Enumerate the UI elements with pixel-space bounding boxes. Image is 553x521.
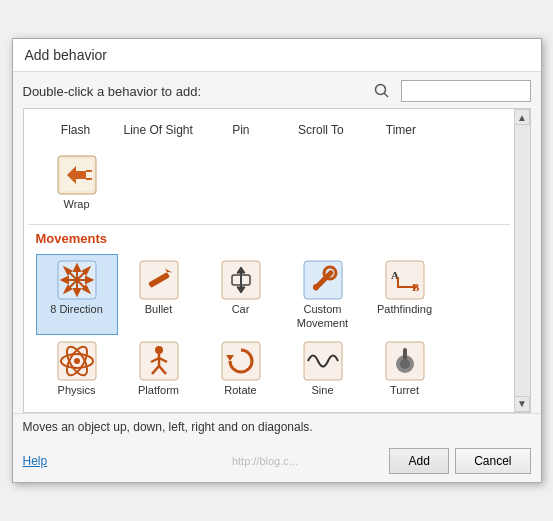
add-button[interactable]: Add bbox=[389, 448, 449, 474]
custom-movement-icon bbox=[302, 259, 344, 301]
search-input[interactable] bbox=[401, 80, 531, 102]
behavior-item-custom-movement[interactable]: Custom Movement bbox=[282, 254, 364, 334]
turret-label: Turret bbox=[390, 384, 419, 397]
wrap-row: Wrap bbox=[28, 145, 510, 224]
subtitle-row: Double-click a behavior to add: bbox=[13, 72, 541, 108]
svg-point-44 bbox=[74, 358, 80, 364]
scroll-down-arrow[interactable]: ▼ bbox=[514, 396, 530, 412]
behavior-flash[interactable]: Flash bbox=[36, 119, 116, 141]
behavior-item-wrap[interactable]: Wrap bbox=[36, 149, 118, 216]
physics-label: Physics bbox=[58, 384, 96, 397]
wrap-label: Wrap bbox=[63, 198, 89, 211]
svg-point-46 bbox=[155, 346, 163, 354]
sine-icon bbox=[302, 340, 344, 382]
svg-line-1 bbox=[384, 93, 388, 97]
turret-icon bbox=[384, 340, 426, 382]
movements-grid: 8 Direction Bullet bbox=[28, 250, 510, 406]
8direction-icon bbox=[56, 259, 98, 301]
behavior-item-8direction[interactable]: 8 Direction bbox=[36, 254, 118, 334]
rotate-label: Rotate bbox=[224, 384, 256, 397]
dialog-title: Add behavior bbox=[13, 39, 541, 72]
bullet-icon bbox=[138, 259, 180, 301]
behavior-item-bullet[interactable]: Bullet bbox=[118, 254, 200, 334]
search-icon[interactable] bbox=[371, 80, 393, 102]
behavior-scroll-to[interactable]: Scroll To bbox=[281, 119, 361, 141]
behaviors-list: Flash Line Of Sight Pin Scroll To Timer bbox=[23, 108, 531, 413]
pathfinding-icon: A B bbox=[384, 259, 426, 301]
help-link[interactable]: Help bbox=[23, 454, 141, 468]
svg-point-35 bbox=[313, 284, 319, 290]
behavior-timer[interactable]: Timer bbox=[361, 119, 441, 141]
movements-section-header: Movements bbox=[28, 224, 510, 250]
sine-label: Sine bbox=[311, 384, 333, 397]
list-content: Flash Line Of Sight Pin Scroll To Timer bbox=[24, 109, 514, 412]
watermark: http://blog.c... bbox=[147, 455, 383, 467]
status-bar: Moves an object up, down, left, right an… bbox=[13, 413, 541, 440]
top-behaviors-row: Flash Line Of Sight Pin Scroll To Timer bbox=[28, 115, 510, 145]
behavior-pin[interactable]: Pin bbox=[201, 119, 281, 141]
behavior-item-platform[interactable]: Platform bbox=[118, 335, 200, 402]
pathfinding-label: Pathfinding bbox=[377, 303, 432, 316]
behavior-item-car[interactable]: Car bbox=[200, 254, 282, 334]
behavior-line-of-sight[interactable]: Line Of Sight bbox=[116, 119, 201, 141]
platform-label: Platform bbox=[138, 384, 179, 397]
physics-icon bbox=[56, 340, 98, 382]
behavior-item-rotate[interactable]: Rotate bbox=[200, 335, 282, 402]
scroll-up-arrow[interactable]: ▲ bbox=[514, 109, 530, 125]
bottom-row: Help http://blog.c... Add Cancel bbox=[13, 440, 541, 482]
svg-rect-52 bbox=[222, 342, 260, 380]
svg-rect-54 bbox=[304, 342, 342, 380]
behavior-item-turret[interactable]: Turret bbox=[364, 335, 446, 402]
car-label: Car bbox=[232, 303, 250, 316]
platform-icon bbox=[138, 340, 180, 382]
add-behavior-dialog: Add behavior Double-click a behavior to … bbox=[12, 38, 542, 483]
rotate-icon bbox=[220, 340, 262, 382]
car-icon bbox=[220, 259, 262, 301]
svg-point-58 bbox=[400, 359, 410, 369]
wrap-icon bbox=[56, 154, 98, 196]
bullet-label: Bullet bbox=[145, 303, 173, 316]
custom-movement-label: Custom Movement bbox=[287, 303, 359, 329]
8direction-label: 8 Direction bbox=[50, 303, 103, 316]
scroll-thumb[interactable] bbox=[515, 125, 530, 396]
subtitle-text: Double-click a behavior to add: bbox=[23, 84, 363, 99]
scrollbar[interactable]: ▲ ▼ bbox=[514, 109, 530, 412]
behavior-item-sine[interactable]: Sine bbox=[282, 335, 364, 402]
behavior-item-pathfinding[interactable]: A B Pathfinding bbox=[364, 254, 446, 334]
cancel-button[interactable]: Cancel bbox=[455, 448, 530, 474]
behavior-item-physics[interactable]: Physics bbox=[36, 335, 118, 402]
